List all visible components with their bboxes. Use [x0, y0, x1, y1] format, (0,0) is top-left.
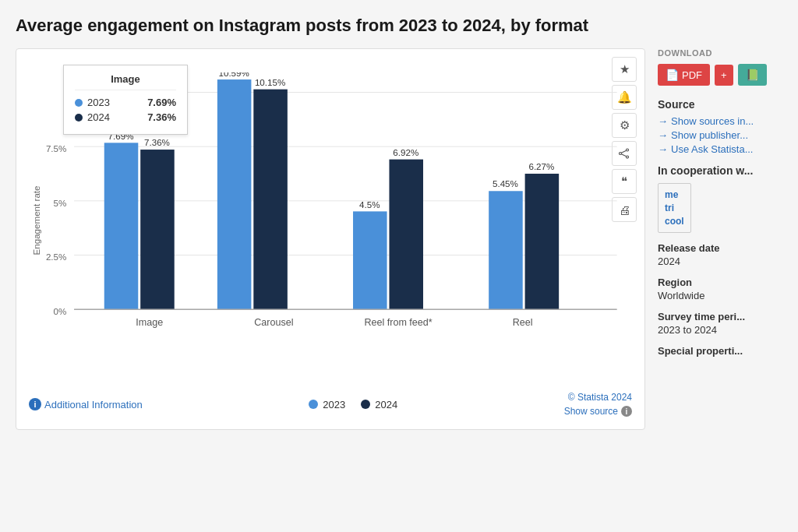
tooltip-dot-2023	[75, 99, 83, 107]
pdf-plus-button[interactable]: +	[715, 65, 733, 86]
release-date-label: Release date	[658, 242, 782, 254]
svg-text:5%: 5%	[54, 198, 67, 208]
svg-text:10.59%: 10.59%	[218, 72, 249, 78]
svg-text:4.5%: 4.5%	[359, 199, 380, 210]
svg-text:Image: Image	[136, 317, 163, 328]
legend-label-2023: 2023	[323, 399, 345, 410]
region-section: Region Worldwide	[658, 277, 782, 301]
info-icon: i	[29, 398, 41, 410]
bar-reel-2024	[525, 174, 560, 309]
region-value: Worldwide	[658, 290, 782, 301]
bar-reel-feed-2024	[389, 160, 423, 310]
additional-info-link[interactable]: i Additional Information	[29, 398, 143, 410]
svg-text:7.36%: 7.36%	[144, 137, 170, 147]
arrow-icon-2: →	[658, 129, 668, 141]
bar-carousel-2024	[253, 90, 288, 310]
footer-right: © Statista 2024 Show source i	[564, 392, 632, 417]
tooltip-label-2024: 2024	[87, 111, 110, 123]
tooltip-title: Image	[75, 73, 176, 90]
metricool-logo: me tri cool	[658, 183, 691, 233]
svg-text:0%: 0%	[54, 306, 67, 316]
metricool-line3: cool	[665, 215, 684, 228]
release-date-value: 2024	[658, 255, 782, 267]
source-info-icon: i	[621, 406, 632, 417]
release-date-section: Release date 2024	[658, 242, 782, 267]
tooltip-value-2024: 7.36%	[147, 111, 176, 123]
show-publisher-text: Show publisher...	[671, 129, 748, 141]
svg-text:6.27%: 6.27%	[528, 161, 554, 171]
statista-credit: © Statista 2024	[568, 392, 632, 403]
survey-period-section: Survey time peri... 2023 to 2024	[658, 311, 782, 336]
legend-item-2023: 2023	[309, 399, 345, 410]
chart-tooltip: Image 2023 7.69% 2024 7.36%	[63, 65, 188, 135]
survey-period-label: Survey time peri...	[658, 311, 782, 322]
pdf-download-button[interactable]: 📄 PDF	[658, 64, 710, 86]
tooltip-value-2023: 7.69%	[147, 97, 176, 108]
chart-footer: i Additional Information 2023 2024 © Sta…	[29, 392, 632, 417]
svg-text:Engagement rate: Engagement rate	[31, 185, 41, 255]
download-buttons: 📄 PDF + 📗	[658, 64, 782, 86]
show-sources-link[interactable]: → Show sources in...	[658, 115, 782, 127]
region-label: Region	[658, 277, 782, 288]
chart-legend: 2023 2024	[143, 399, 564, 410]
show-sources-text: Show sources in...	[671, 115, 754, 127]
svg-text:6.92%: 6.92%	[393, 147, 418, 157]
download-section: DOWNLOAD 📄 PDF + 📗	[658, 48, 782, 86]
xls-icon: 📗	[746, 69, 759, 81]
pdf-label: PDF	[682, 69, 702, 81]
additional-info-text: Additional Information	[44, 399, 143, 410]
chart-card: Image 2023 7.69% 2024 7.36% ★ 🔔 ⚙	[16, 48, 645, 430]
svg-text:5.45%: 5.45%	[493, 178, 518, 188]
show-publisher-link[interactable]: → Show publisher...	[658, 129, 782, 141]
source-section: Source → Show sources in... → Show publi…	[658, 98, 782, 155]
ask-statista-link[interactable]: → Use Ask Statista...	[658, 143, 782, 155]
download-label: DOWNLOAD	[658, 48, 782, 58]
survey-period-value: 2023 to 2024	[658, 324, 782, 336]
tooltip-label-2023: 2023	[87, 97, 110, 108]
page-title: Average engagement on Instagram posts fr…	[16, 16, 686, 36]
tooltip-dot-2024	[75, 114, 83, 122]
metricool-line2: tri	[665, 202, 684, 215]
svg-text:7.5%: 7.5%	[46, 143, 66, 153]
svg-text:Carousel: Carousel	[254, 317, 293, 328]
xls-download-button[interactable]: 📗	[738, 64, 767, 86]
metricool-line1: me	[665, 188, 684, 202]
arrow-icon-3: →	[658, 143, 668, 155]
svg-text:Reel from feed*: Reel from feed*	[364, 317, 432, 328]
legend-label-2024: 2024	[375, 399, 397, 410]
sidebar: DOWNLOAD 📄 PDF + 📗 Source → Show sources…	[658, 48, 782, 358]
svg-text:Reel: Reel	[513, 317, 533, 328]
ask-statista-text: Use Ask Statista...	[671, 143, 754, 155]
special-properties-label: Special properti...	[658, 345, 782, 357]
legend-item-2024: 2024	[361, 399, 397, 410]
bar-image-2024	[140, 150, 175, 309]
legend-dot-2024	[361, 400, 370, 409]
show-source-link[interactable]: Show source	[564, 406, 618, 417]
cooperation-heading: In cooperation w...	[658, 164, 782, 177]
svg-text:2.5%: 2.5%	[46, 252, 66, 262]
bar-image-2023	[104, 143, 139, 309]
bar-reel-feed-2023	[353, 211, 387, 309]
svg-text:10.15%: 10.15%	[255, 77, 285, 87]
arrow-icon-1: →	[658, 115, 668, 127]
bar-reel-2023	[489, 191, 523, 309]
legend-dot-2023	[309, 400, 318, 409]
special-properties-section: Special properti...	[658, 345, 782, 357]
pdf-icon: 📄	[666, 69, 679, 81]
bar-carousel-2023	[217, 79, 252, 309]
source-heading: Source	[658, 98, 782, 111]
cooperation-section: In cooperation w... me tri cool	[658, 164, 782, 233]
